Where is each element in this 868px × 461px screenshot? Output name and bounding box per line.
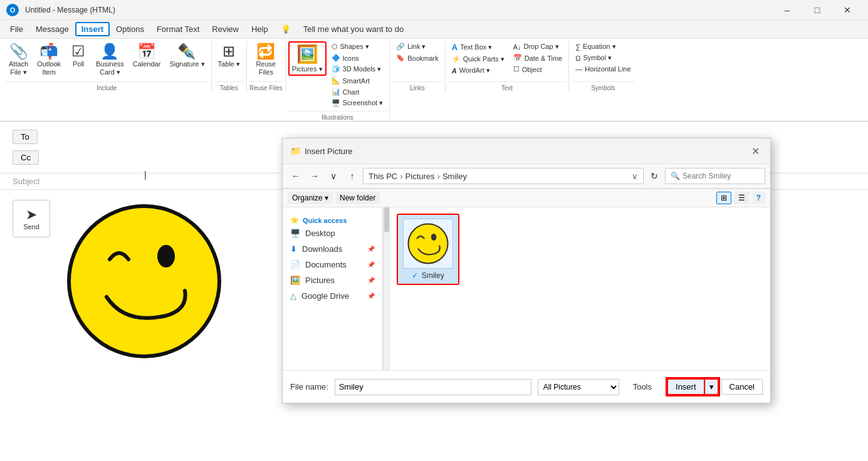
back-button[interactable]: ← <box>288 168 304 184</box>
new-folder-button[interactable]: New folder <box>335 192 380 204</box>
subject-placeholder: Subject <box>13 177 39 186</box>
link-button[interactable]: 🔗 Link ▾ <box>392 41 442 52</box>
filename-input[interactable] <box>335 379 531 395</box>
send-button[interactable]: ➤ Send <box>13 200 50 237</box>
object-button[interactable]: ☐ Object <box>510 64 567 75</box>
bookmark-button[interactable]: 🔖 Bookmark <box>392 53 442 63</box>
insert-button-group: Insert ▾ <box>666 377 720 396</box>
email-body-content: | <box>63 200 226 365</box>
smartart-button[interactable]: 📐 SmartArt <box>328 75 387 86</box>
menu-options[interactable]: Options <box>110 22 150 36</box>
to-button[interactable]: To <box>13 130 38 144</box>
drop-cap-button[interactable]: A↓ Drop Cap ▾ <box>510 41 567 52</box>
menu-lightbulb[interactable]: 💡 <box>275 22 297 36</box>
address-bar[interactable]: This PC › Pictures › Smiley ∨ <box>363 168 644 184</box>
address-dropdown-icon[interactable]: ∨ <box>632 172 638 181</box>
dialog-close-button[interactable]: ✕ <box>748 143 763 158</box>
illustrations-label: Illustrations <box>288 111 387 121</box>
poll-button[interactable]: ☑ Poll <box>66 41 91 71</box>
file-type-select[interactable]: All Pictures <box>538 379 619 395</box>
menu-review[interactable]: Review <box>206 22 245 36</box>
file-content-wrapper: ✓ Smiley <box>383 207 770 370</box>
outlook-label: OutlookItem <box>37 60 61 76</box>
cc-button[interactable]: Cc <box>13 150 39 165</box>
tools-label[interactable]: Tools <box>625 378 659 395</box>
symbol-button[interactable]: Ω Symbol ▾ <box>572 53 634 63</box>
outlook-item-button[interactable]: 📬 OutlookItem <box>33 41 65 79</box>
menu-insert[interactable]: Insert <box>75 22 110 36</box>
attach-icon: 📎 <box>9 44 28 59</box>
sidebar-item-downloads[interactable]: ⬇ Downloads 📌 <box>283 241 382 257</box>
sidebar-item-google-drive[interactable]: △ Google Drive 📌 <box>283 288 382 304</box>
icons-button[interactable]: 🔷 Icons <box>328 53 387 63</box>
attach-file-button[interactable]: 📎 AttachFile ▾ <box>5 41 32 79</box>
menu-tell-me[interactable]: Tell me what you want to do <box>297 22 410 36</box>
search-box[interactable]: 🔍 <box>665 168 765 184</box>
pictures-button[interactable]: 🖼️ Pictures ▾ <box>288 41 327 76</box>
business-card-button[interactable]: 👤 BusinessCard ▾ <box>92 41 128 79</box>
scrollbar-track[interactable] <box>383 207 390 370</box>
menu-message[interactable]: Message <box>29 22 75 36</box>
date-time-button[interactable]: 📅 Date & Time <box>510 53 567 63</box>
file-item-smiley[interactable]: ✓ Smiley <box>397 214 459 285</box>
illustrations-items: 🖼️ Pictures ▾ ⬡ Shapes ▾ 🔷 Icons 🧊 3D Mo… <box>288 41 387 108</box>
menu-format-text[interactable]: Format Text <box>150 22 206 36</box>
menu-file[interactable]: File <box>4 22 29 36</box>
downloads-pin-icon: 📌 <box>367 246 375 252</box>
sidebar-item-pictures[interactable]: 🖼️ Pictures 📌 <box>283 272 382 288</box>
ribbon-groups: 📎 AttachFile ▾ 📬 OutlookItem ☑ Poll 👤 Bu… <box>0 41 868 121</box>
hline-icon: — <box>575 65 582 73</box>
search-input[interactable] <box>682 172 776 180</box>
documents-icon: 📄 <box>290 260 300 269</box>
signature-button[interactable]: ✒️ Signature ▾ <box>165 41 208 71</box>
sidebar-item-documents[interactable]: 📄 Documents 📌 <box>283 257 382 272</box>
recent-locations-button[interactable]: ∨ <box>325 168 342 184</box>
shapes-button[interactable]: ⬡ Shapes ▾ <box>328 41 387 52</box>
dialog-help-button[interactable]: ? <box>752 192 765 204</box>
view-details-button[interactable]: ☰ <box>734 192 750 204</box>
sidebar-item-desktop[interactable]: 🖥️ Desktop <box>283 225 382 241</box>
app-icon: O <box>6 4 19 16</box>
minimize-button[interactable]: – <box>773 0 802 20</box>
svg-point-2 <box>409 224 448 264</box>
close-button[interactable]: ✕ <box>833 0 862 20</box>
downloads-label: Downloads <box>302 244 342 254</box>
poll-icon: ☑ <box>71 44 85 59</box>
insert-picture-dialog: 📁 Insert Picture ✕ ← → ∨ ↑ This PC › Pic… <box>282 138 771 403</box>
pictures-pin-icon: 📌 <box>367 277 375 284</box>
organize-button[interactable]: Organize ▾ <box>288 192 333 204</box>
3d-models-button[interactable]: 🧊 3D Models ▾ <box>328 64 387 75</box>
menu-help[interactable]: Help <box>245 22 275 36</box>
maximize-button[interactable]: □ <box>803 0 832 20</box>
horizontal-line-button[interactable]: — Horizontal Line <box>572 64 634 74</box>
cancel-button[interactable]: Cancel <box>721 379 763 395</box>
screenshot-button[interactable]: 🖥️ Screenshot ▾ <box>328 98 387 108</box>
chart-button[interactable]: 📊 Chart <box>328 86 387 97</box>
text-col2: A↓ Drop Cap ▾ 📅 Date & Time ☐ Object <box>510 41 567 75</box>
wordart-button[interactable]: A WordArt ▾ <box>448 65 508 76</box>
scrollbar-thumb[interactable] <box>384 207 389 232</box>
equation-button[interactable]: ∑ Equation ▾ <box>572 41 634 52</box>
view-large-icons-button[interactable]: ⊞ <box>716 192 731 204</box>
ribbon-group-symbols: ∑ Equation ▾ Ω Symbol ▾ — Horizontal Lin… <box>569 41 637 91</box>
text-box-button[interactable]: A Text Box ▾ <box>448 41 508 53</box>
refresh-button[interactable]: ↻ <box>646 168 662 184</box>
forward-button[interactable]: → <box>306 168 323 184</box>
quick-parts-button[interactable]: ⚡ Quick Parts ▾ <box>448 54 508 65</box>
table-label: Table ▾ <box>218 60 240 68</box>
3d-icon: 🧊 <box>332 65 340 73</box>
ribbon-group-links: 🔗 Link ▾ 🔖 Bookmark Links <box>390 41 446 91</box>
text-box-icon: A <box>452 43 458 52</box>
symbols-items: ∑ Equation ▾ Ω Symbol ▾ — Horizontal Lin… <box>572 41 634 79</box>
reuse-files-button[interactable]: 🔁 ReuseFiles <box>252 41 280 79</box>
up-button[interactable]: ↑ <box>344 168 360 184</box>
table-button[interactable]: ⊞ Table ▾ <box>214 41 244 71</box>
calendar-label: Calendar <box>133 60 161 68</box>
insert-button[interactable]: Insert <box>667 378 705 395</box>
reuse-label: Reuse Files <box>249 81 283 91</box>
breadcrumb-smiley: Smiley <box>442 172 467 181</box>
quick-parts-icon: ⚡ <box>452 55 461 63</box>
send-arrow-icon: ➤ <box>26 207 37 223</box>
insert-dropdown-button[interactable]: ▾ <box>705 378 719 395</box>
calendar-button[interactable]: 📅 Calendar <box>129 41 165 71</box>
